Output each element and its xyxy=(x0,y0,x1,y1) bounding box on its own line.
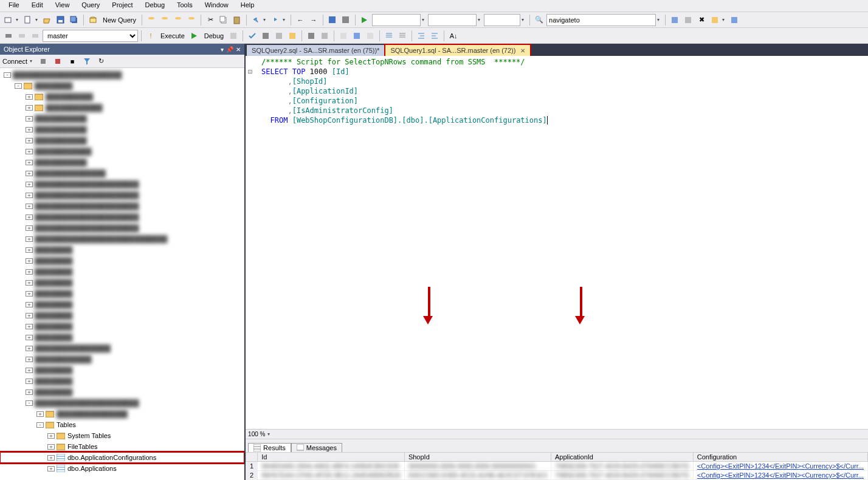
new-query-label[interactable]: New Query xyxy=(100,16,139,24)
menu-help[interactable]: Help xyxy=(235,0,261,12)
grid-icon[interactable] xyxy=(326,14,339,26)
change-conn-icon[interactable] xyxy=(29,30,41,42)
actual-plan-icon[interactable] xyxy=(305,30,317,42)
redo-icon[interactable] xyxy=(269,14,281,26)
connect-dropdown[interactable]: Connect xyxy=(2,58,27,65)
paste-icon[interactable] xyxy=(231,14,243,26)
svg-rect-45 xyxy=(57,465,65,472)
execute-warn-icon[interactable]: ! xyxy=(145,30,157,42)
connection-icon[interactable] xyxy=(2,30,15,42)
estimated-plan-icon[interactable] xyxy=(260,30,272,42)
refresh-icon[interactable]: ↻ xyxy=(95,55,108,67)
db-icon-4[interactable] xyxy=(185,14,198,26)
activity-icon[interactable] xyxy=(340,14,352,26)
comment-icon[interactable] xyxy=(383,30,395,42)
indent-icon[interactable] xyxy=(415,30,427,42)
filter-icon[interactable] xyxy=(81,55,93,67)
results-text-icon[interactable] xyxy=(337,30,350,42)
object-tree[interactable]: -███████████████████████ -████████ +████… xyxy=(0,68,244,480)
svg-rect-15 xyxy=(329,16,336,23)
table-row[interactable]: 1 9A46D4A9-1B44-44EE-8BF4-145B4CB0C839 0… xyxy=(246,462,868,471)
tool-icon-3[interactable]: ✖ xyxy=(695,14,708,26)
new-query-icon[interactable] xyxy=(87,14,99,26)
run-combo-3[interactable] xyxy=(484,14,520,26)
results-grid-icon[interactable] xyxy=(351,30,363,42)
database-combo[interactable]: master xyxy=(43,30,138,42)
svg-rect-16 xyxy=(342,16,349,23)
debug-play-icon[interactable] xyxy=(188,30,201,42)
db-icon-3[interactable] xyxy=(172,14,184,26)
table-row[interactable]: 2 96FA7EA4-CF6D-4FD5-9B11-2A4DAB902B26 8… xyxy=(246,471,868,480)
config-link[interactable]: <Config><ExitPIN>1234</ExitPIN><Currency… xyxy=(697,471,864,479)
tables-folder[interactable]: Tables xyxy=(57,421,76,428)
close-icon[interactable]: ✕ xyxy=(236,46,241,53)
tab-query2[interactable]: SQLQuery2.sql - SA...SR.master (en (75))… xyxy=(247,45,384,56)
menu-window[interactable]: Window xyxy=(199,0,235,12)
save-icon[interactable] xyxy=(55,14,67,26)
intellisense-icon[interactable] xyxy=(286,30,298,42)
run-icon[interactable] xyxy=(359,14,371,26)
new-file-icon[interactable] xyxy=(22,14,34,26)
tool-icon-2[interactable] xyxy=(682,14,694,26)
db-icon-1[interactable] xyxy=(145,14,157,26)
toolbar-sql: master ! Execute Debug A↓ xyxy=(0,28,868,44)
nav-fwd-icon[interactable]: → xyxy=(308,14,320,26)
results-grid[interactable]: Id ShopId ApplicationId Configuration 1 … xyxy=(246,452,868,480)
tool-icon-4[interactable] xyxy=(709,14,721,26)
close-tab-icon[interactable]: ✕ xyxy=(520,47,525,54)
parse-icon[interactable] xyxy=(246,30,258,42)
run-combo-2[interactable] xyxy=(428,14,477,26)
debug-button[interactable]: Debug xyxy=(202,32,226,39)
dropdown-icon[interactable]: ▾ xyxy=(221,46,224,53)
message-icon xyxy=(297,444,304,451)
tab-query1[interactable]: SQLQuery1.sql - SA...SR.master (en (72))… xyxy=(385,45,530,56)
find-icon[interactable]: 🔍 xyxy=(533,14,545,26)
outdent-icon[interactable] xyxy=(429,30,441,42)
client-stats-icon[interactable] xyxy=(319,30,331,42)
disconnect-tree-icon[interactable] xyxy=(52,55,64,67)
run-combo-1[interactable] xyxy=(372,14,421,26)
menu-view[interactable]: View xyxy=(49,0,76,12)
config-link[interactable]: <Config><ExitPIN>1234</ExitPIN><Currency… xyxy=(697,462,864,470)
disconnect-icon[interactable] xyxy=(16,30,28,42)
query-options-icon[interactable] xyxy=(273,30,285,42)
navigate-to-input[interactable] xyxy=(546,14,656,26)
specify-values-icon[interactable]: A↓ xyxy=(447,30,460,42)
col-shopid[interactable]: ShopId xyxy=(404,453,551,462)
results-file-icon[interactable] xyxy=(364,30,376,42)
zoom-value[interactable]: 100 % xyxy=(248,431,265,437)
db-icon-2[interactable] xyxy=(159,14,171,26)
svg-rect-14 xyxy=(234,17,239,24)
pin-icon[interactable]: 📌 xyxy=(226,46,233,53)
col-appid[interactable]: ApplicationId xyxy=(551,453,693,462)
system-tables-folder[interactable]: System Tables xyxy=(67,432,111,439)
results-tab[interactable]: Results xyxy=(248,443,291,452)
menu-edit[interactable]: Edit xyxy=(26,0,49,12)
execute-button[interactable]: Execute xyxy=(158,32,187,39)
menu-file[interactable]: File xyxy=(2,0,26,12)
col-id[interactable]: Id xyxy=(258,453,405,462)
cut-icon[interactable]: ✂ xyxy=(204,14,216,26)
menu-query[interactable]: Query xyxy=(75,0,106,12)
nav-back-icon[interactable]: ← xyxy=(294,14,306,26)
undo-icon[interactable] xyxy=(250,14,262,26)
copy-icon[interactable] xyxy=(218,14,230,26)
tool-icon-5[interactable] xyxy=(728,14,740,26)
connect-icon[interactable] xyxy=(37,55,49,67)
uncomment-icon[interactable] xyxy=(396,30,408,42)
stop-tree-icon[interactable]: ■ xyxy=(66,55,78,67)
file-tables-folder[interactable]: FileTables xyxy=(67,443,98,450)
table-apps[interactable]: dbo.Applications xyxy=(67,465,117,472)
messages-tab[interactable]: Messages xyxy=(291,443,342,452)
menu-project[interactable]: Project xyxy=(106,0,139,12)
menu-tools[interactable]: Tools xyxy=(171,0,199,12)
tool-icon-1[interactable] xyxy=(669,14,681,26)
sql-editor[interactable]: /****** Script for SelectTopNRows comman… xyxy=(246,56,868,429)
col-config[interactable]: Configuration xyxy=(693,453,867,462)
new-project-icon[interactable] xyxy=(2,14,15,26)
open-icon[interactable] xyxy=(41,14,53,26)
table-app-config[interactable]: dbo.ApplicationConfigurations xyxy=(67,454,156,461)
save-all-icon[interactable] xyxy=(68,14,80,26)
menu-debug[interactable]: Debug xyxy=(139,0,171,12)
stop-icon[interactable] xyxy=(227,30,239,42)
